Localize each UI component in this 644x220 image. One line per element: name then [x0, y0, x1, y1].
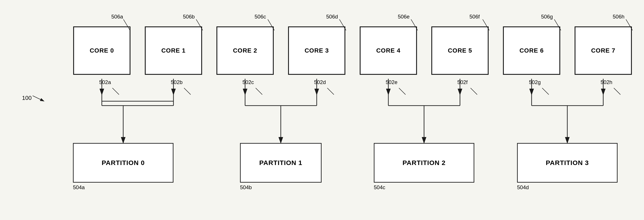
svg-line-42	[614, 88, 620, 95]
ref-502a: 502a	[99, 79, 111, 85]
partition-0-box: PARTITION 0	[73, 143, 174, 183]
core-4-box: CORE 4	[360, 26, 417, 75]
core-7-label: CORE 7	[591, 47, 615, 54]
partition-1-label: PARTITION 1	[259, 159, 302, 167]
core-0-box: CORE 0	[73, 26, 130, 75]
ref-502d: 502d	[314, 79, 326, 85]
core-7-box: CORE 7	[574, 26, 632, 75]
svg-line-36	[184, 88, 191, 95]
ref-504b: 504b	[240, 184, 252, 191]
svg-line-43	[32, 96, 44, 101]
ref-502e: 502e	[386, 79, 398, 85]
core-4-label: CORE 4	[376, 47, 400, 54]
ref-506b: 506b	[183, 14, 194, 20]
partition-2-box: PARTITION 2	[374, 143, 474, 183]
ref-504c: 504c	[374, 184, 385, 191]
svg-line-39	[399, 88, 406, 95]
ref-506a: 506a	[111, 14, 123, 20]
ref-502g: 502g	[529, 79, 541, 85]
core-2-label: CORE 2	[233, 47, 257, 54]
ref-504a: 504a	[73, 184, 85, 191]
core-6-box: CORE 6	[503, 26, 560, 75]
partition-3-label: PARTITION 3	[546, 159, 589, 167]
diagram-container: CORE 0 CORE 1 CORE 2 CORE 3 CORE 4 CORE …	[0, 0, 644, 220]
core-3-box: CORE 3	[288, 26, 345, 75]
ref-506g: 506g	[541, 14, 553, 20]
svg-line-40	[470, 88, 477, 95]
ref-506d: 506d	[326, 14, 338, 20]
partition-0-label: PARTITION 0	[102, 159, 144, 167]
ref-504d: 504d	[517, 184, 529, 191]
svg-line-41	[542, 88, 549, 95]
ref-506c: 506c	[254, 14, 266, 20]
partition-1-box: PARTITION 1	[240, 143, 322, 183]
partition-2-label: PARTITION 2	[402, 159, 446, 167]
svg-line-35	[112, 88, 119, 95]
core-2-box: CORE 2	[216, 26, 274, 75]
core-5-label: CORE 5	[448, 47, 472, 54]
core-5-box: CORE 5	[431, 26, 488, 75]
core-0-label: CORE 0	[90, 47, 114, 54]
ref-502f: 502f	[457, 79, 468, 85]
ref-506h: 506h	[613, 14, 624, 20]
core-6-label: CORE 6	[520, 47, 544, 54]
ref-502h: 502h	[600, 79, 612, 85]
ref-100: 100	[22, 95, 32, 102]
ref-502b: 502b	[171, 79, 182, 85]
svg-line-38	[327, 88, 334, 95]
core-3-label: CORE 3	[304, 47, 329, 54]
ref-506f: 506f	[470, 14, 480, 20]
ref-506e: 506e	[398, 14, 410, 20]
svg-line-37	[256, 88, 262, 95]
core-1-label: CORE 1	[161, 47, 186, 54]
partition-3-box: PARTITION 3	[517, 143, 618, 183]
core-1-box: CORE 1	[145, 26, 202, 75]
ref-502c: 502c	[242, 79, 254, 85]
